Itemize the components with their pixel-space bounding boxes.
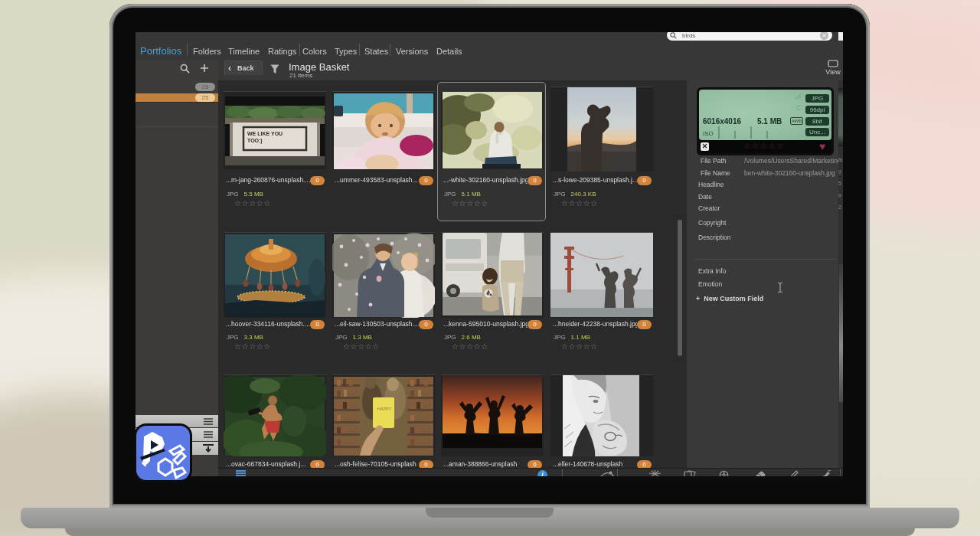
svg-text:TOO:): TOO:) [247,138,263,144]
svg-text:HAPPY: HAPPY [377,407,392,411]
svg-text:WE LIKE YOU: WE LIKE YOU [247,131,283,136]
